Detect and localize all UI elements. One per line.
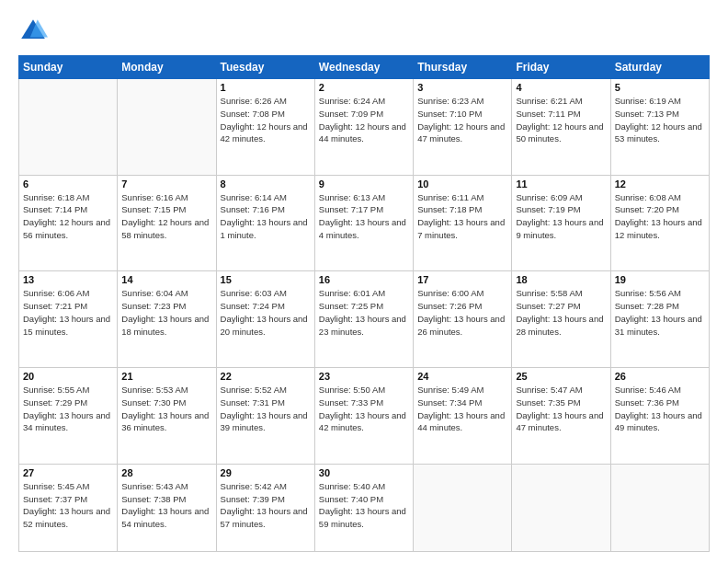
day-info: Sunrise: 6:01 AM Sunset: 7:25 PM Dayligh… xyxy=(319,287,409,338)
day-info: Sunrise: 5:40 AM Sunset: 7:40 PM Dayligh… xyxy=(319,480,409,531)
day-cell: 24Sunrise: 5:49 AM Sunset: 7:34 PM Dayli… xyxy=(414,368,512,465)
day-cell: 20Sunrise: 5:55 AM Sunset: 7:29 PM Dayli… xyxy=(19,368,118,465)
day-number: 6 xyxy=(23,178,113,190)
day-cell: 22Sunrise: 5:52 AM Sunset: 7:31 PM Dayli… xyxy=(216,368,314,465)
day-number: 3 xyxy=(417,82,507,93)
day-number: 17 xyxy=(417,274,507,285)
week-row-2: 6Sunrise: 6:18 AM Sunset: 7:14 PM Daylig… xyxy=(19,175,710,271)
day-info: Sunrise: 6:23 AM Sunset: 7:10 PM Dayligh… xyxy=(417,95,507,145)
day-number: 15 xyxy=(221,274,311,285)
day-number: 21 xyxy=(121,371,211,382)
header xyxy=(18,17,710,46)
day-info: Sunrise: 6:21 AM Sunset: 7:11 PM Dayligh… xyxy=(516,95,606,145)
day-cell: 30Sunrise: 5:40 AM Sunset: 7:40 PM Dayli… xyxy=(314,464,413,551)
weekday-header-thursday: Thursday xyxy=(414,56,512,79)
day-number: 18 xyxy=(516,274,606,285)
day-cell: 18Sunrise: 5:58 AM Sunset: 7:27 PM Dayli… xyxy=(512,271,610,368)
day-info: Sunrise: 5:49 AM Sunset: 7:34 PM Dayligh… xyxy=(417,384,507,434)
day-cell: 26Sunrise: 5:46 AM Sunset: 7:36 PM Dayli… xyxy=(610,368,709,465)
day-cell: 14Sunrise: 6:04 AM Sunset: 7:23 PM Dayli… xyxy=(118,271,216,368)
day-number: 10 xyxy=(417,178,507,190)
day-cell: 3Sunrise: 6:23 AM Sunset: 7:10 PM Daylig… xyxy=(414,79,512,176)
day-cell: 13Sunrise: 6:06 AM Sunset: 7:21 PM Dayli… xyxy=(19,271,118,368)
day-number: 12 xyxy=(615,178,705,190)
day-info: Sunrise: 5:43 AM Sunset: 7:38 PM Dayligh… xyxy=(121,480,211,531)
day-info: Sunrise: 6:03 AM Sunset: 7:24 PM Dayligh… xyxy=(221,287,311,338)
day-info: Sunrise: 5:46 AM Sunset: 7:36 PM Dayligh… xyxy=(615,384,705,434)
day-cell: 19Sunrise: 5:56 AM Sunset: 7:28 PM Dayli… xyxy=(610,271,709,368)
day-info: Sunrise: 6:16 AM Sunset: 7:15 PM Dayligh… xyxy=(121,191,211,242)
week-row-3: 13Sunrise: 6:06 AM Sunset: 7:21 PM Dayli… xyxy=(19,271,710,368)
day-cell: 4Sunrise: 6:21 AM Sunset: 7:11 PM Daylig… xyxy=(512,79,610,176)
calendar: SundayMondayTuesdayWednesdayThursdayFrid… xyxy=(18,55,710,552)
day-cell: 27Sunrise: 5:45 AM Sunset: 7:37 PM Dayli… xyxy=(19,464,118,551)
day-cell: 16Sunrise: 6:01 AM Sunset: 7:25 PM Dayli… xyxy=(314,271,413,368)
day-number: 5 xyxy=(615,82,705,93)
day-cell: 28Sunrise: 5:43 AM Sunset: 7:38 PM Dayli… xyxy=(118,464,216,551)
day-cell: 17Sunrise: 6:00 AM Sunset: 7:26 PM Dayli… xyxy=(414,271,512,368)
page: SundayMondayTuesdayWednesdayThursdayFrid… xyxy=(0,0,728,563)
day-number: 11 xyxy=(516,178,606,190)
day-number: 1 xyxy=(221,82,311,93)
day-info: Sunrise: 5:47 AM Sunset: 7:35 PM Dayligh… xyxy=(516,384,606,434)
day-info: Sunrise: 5:56 AM Sunset: 7:28 PM Dayligh… xyxy=(615,287,705,338)
day-cell xyxy=(610,464,709,551)
weekday-header-row: SundayMondayTuesdayWednesdayThursdayFrid… xyxy=(19,56,710,79)
day-info: Sunrise: 6:24 AM Sunset: 7:09 PM Dayligh… xyxy=(319,95,409,145)
week-row-4: 20Sunrise: 5:55 AM Sunset: 7:29 PM Dayli… xyxy=(19,368,710,465)
weekday-header-sunday: Sunday xyxy=(19,56,118,79)
day-number: 19 xyxy=(615,274,705,285)
day-number: 4 xyxy=(516,82,606,93)
day-info: Sunrise: 5:42 AM Sunset: 7:39 PM Dayligh… xyxy=(221,480,311,531)
day-cell: 25Sunrise: 5:47 AM Sunset: 7:35 PM Dayli… xyxy=(512,368,610,465)
day-number: 29 xyxy=(221,467,311,478)
day-cell: 29Sunrise: 5:42 AM Sunset: 7:39 PM Dayli… xyxy=(216,464,314,551)
weekday-header-monday: Monday xyxy=(118,56,216,79)
day-number: 2 xyxy=(319,82,409,93)
day-cell: 6Sunrise: 6:18 AM Sunset: 7:14 PM Daylig… xyxy=(19,175,118,271)
day-info: Sunrise: 6:13 AM Sunset: 7:17 PM Dayligh… xyxy=(319,191,409,242)
day-info: Sunrise: 5:55 AM Sunset: 7:29 PM Dayligh… xyxy=(23,384,113,434)
weekday-header-saturday: Saturday xyxy=(610,56,709,79)
day-cell xyxy=(118,79,216,176)
week-row-5: 27Sunrise: 5:45 AM Sunset: 7:37 PM Dayli… xyxy=(19,464,710,551)
day-info: Sunrise: 6:06 AM Sunset: 7:21 PM Dayligh… xyxy=(23,287,113,338)
day-info: Sunrise: 5:50 AM Sunset: 7:33 PM Dayligh… xyxy=(319,384,409,434)
day-info: Sunrise: 6:14 AM Sunset: 7:16 PM Dayligh… xyxy=(221,191,311,242)
day-info: Sunrise: 6:11 AM Sunset: 7:18 PM Dayligh… xyxy=(417,191,507,242)
day-cell xyxy=(19,79,118,176)
day-number: 25 xyxy=(516,371,606,382)
day-number: 14 xyxy=(121,274,211,285)
day-info: Sunrise: 6:04 AM Sunset: 7:23 PM Dayligh… xyxy=(121,287,211,338)
day-number: 30 xyxy=(319,467,409,478)
day-cell: 8Sunrise: 6:14 AM Sunset: 7:16 PM Daylig… xyxy=(216,175,314,271)
day-info: Sunrise: 6:18 AM Sunset: 7:14 PM Dayligh… xyxy=(23,191,113,242)
day-number: 26 xyxy=(615,371,705,382)
day-cell: 2Sunrise: 6:24 AM Sunset: 7:09 PM Daylig… xyxy=(314,79,413,176)
day-cell xyxy=(512,464,610,551)
day-cell: 5Sunrise: 6:19 AM Sunset: 7:13 PM Daylig… xyxy=(610,79,709,176)
day-info: Sunrise: 6:26 AM Sunset: 7:08 PM Dayligh… xyxy=(221,95,311,145)
day-number: 9 xyxy=(319,178,409,190)
day-info: Sunrise: 5:45 AM Sunset: 7:37 PM Dayligh… xyxy=(23,480,113,531)
day-number: 24 xyxy=(417,371,507,382)
day-number: 28 xyxy=(121,467,211,478)
day-info: Sunrise: 6:00 AM Sunset: 7:26 PM Dayligh… xyxy=(417,287,507,338)
day-cell: 21Sunrise: 5:53 AM Sunset: 7:30 PM Dayli… xyxy=(118,368,216,465)
day-cell: 23Sunrise: 5:50 AM Sunset: 7:33 PM Dayli… xyxy=(314,368,413,465)
logo-icon xyxy=(18,17,48,46)
day-number: 7 xyxy=(121,178,211,190)
day-number: 23 xyxy=(319,371,409,382)
day-info: Sunrise: 5:53 AM Sunset: 7:30 PM Dayligh… xyxy=(121,384,211,434)
weekday-header-tuesday: Tuesday xyxy=(216,56,314,79)
day-cell: 7Sunrise: 6:16 AM Sunset: 7:15 PM Daylig… xyxy=(118,175,216,271)
day-number: 20 xyxy=(23,371,113,382)
weekday-header-wednesday: Wednesday xyxy=(314,56,413,79)
day-number: 16 xyxy=(319,274,409,285)
day-number: 27 xyxy=(23,467,113,478)
day-cell: 9Sunrise: 6:13 AM Sunset: 7:17 PM Daylig… xyxy=(314,175,413,271)
week-row-1: 1Sunrise: 6:26 AM Sunset: 7:08 PM Daylig… xyxy=(19,79,710,176)
day-info: Sunrise: 5:58 AM Sunset: 7:27 PM Dayligh… xyxy=(516,287,606,338)
day-cell: 12Sunrise: 6:08 AM Sunset: 7:20 PM Dayli… xyxy=(610,175,709,271)
day-cell: 10Sunrise: 6:11 AM Sunset: 7:18 PM Dayli… xyxy=(414,175,512,271)
